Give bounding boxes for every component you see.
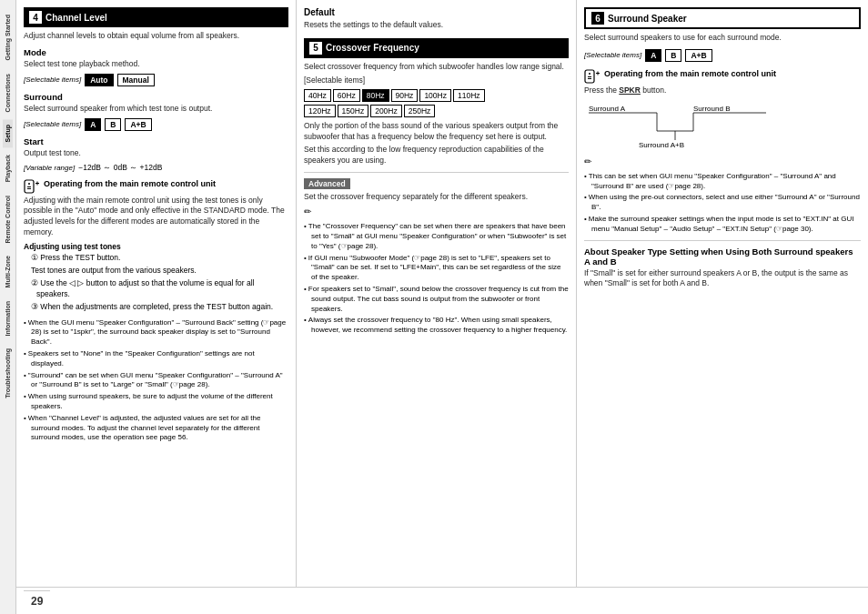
remote-control-icon [24, 179, 40, 194]
freq-100hz[interactable]: 100Hz [419, 89, 451, 102]
freq-row: 40Hz 60Hz 80Hz 90Hz 100Hz 110Hz [304, 89, 569, 102]
right-notes: This can be set when GUI menu "Speaker C… [584, 172, 861, 235]
mode-btn-manual[interactable]: Manual [117, 74, 155, 86]
sidebar-tab-setup[interactable]: Setup [3, 119, 13, 147]
crossover-title: Crossover Frequency [326, 43, 419, 53]
right-selectable-label: [Selectable items] [584, 51, 641, 59]
crossover-body1: Only the portion of the bass sound of th… [304, 121, 569, 143]
right-btn-b[interactable]: B [665, 49, 681, 62]
right-note-2: When using the pre-out connectors, selec… [584, 193, 861, 213]
freq-250hz[interactable]: 250Hz [404, 105, 436, 117]
freq-120hz[interactable]: 120Hz [304, 105, 336, 117]
surround-btn-ab[interactable]: A+B [125, 118, 151, 131]
svg-rect-9 [588, 78, 591, 79]
right-pencil-note: ✏ [584, 156, 861, 166]
pencil-icon: ✏ [304, 206, 311, 216]
steps-title: Adjusting using test tones [24, 242, 288, 251]
start-desc: Output test tone. [24, 148, 288, 159]
surround-speaker-header: 6 Surround Speaker [584, 7, 861, 29]
freq-150hz[interactable]: 150Hz [338, 105, 369, 117]
sidebar-tab-connections[interactable]: Connections [3, 68, 13, 117]
step-1-desc: Test tones are output from the various s… [31, 266, 288, 277]
svg-rect-2 [27, 186, 31, 187]
svg-rect-11 [598, 71, 599, 75]
right-remote-title: Operating from the main remote control u… [604, 69, 776, 78]
channel-level-title: Channel Level [45, 13, 107, 23]
right-remote-row: Operating from the main remote control u… [584, 69, 861, 84]
surround-desc: Select surround speaker from which test … [24, 104, 288, 115]
crossover-desc: Select crossover frequency from which su… [304, 62, 569, 73]
mode-title: Mode [24, 47, 288, 57]
sidebar: Getting Started Connections Setup Playba… [0, 0, 16, 614]
sidebar-tab-information[interactable]: Information [3, 296, 13, 342]
middle-column: Default Resets the settings to the defau… [297, 0, 577, 587]
sidebar-tab-playback[interactable]: Playback [3, 149, 13, 187]
channel-level-header: 4 Channel Level [24, 7, 288, 27]
variable-range: −12dB ～ 0dB ～ +12dB [78, 163, 162, 174]
left-notes: When the GUI menu "Speaker Configuration… [24, 318, 288, 444]
advanced-label: Advanced [304, 178, 350, 189]
freq-80hz[interactable]: 80Hz [362, 89, 389, 102]
pencil-note-container: ✏ [304, 206, 569, 216]
freq-90hz[interactable]: 90Hz [391, 89, 419, 102]
variable-row: [Variable range] −12dB ～ 0dB ～ +12dB [24, 163, 288, 174]
surround-speaker-desc: Select surround speakers to use for each… [584, 33, 861, 44]
about-desc: If "Small" is set for either surround sp… [584, 268, 861, 290]
right-remote-control-icon [584, 69, 601, 84]
right-column: 6 Surround Speaker Select surround speak… [577, 0, 868, 587]
surround-selectable-row: [Selectable items] A B A+B [24, 118, 288, 131]
about-title: About Speaker Type Setting when Using Bo… [584, 247, 861, 267]
step-1: ① Press the TEST button. [31, 253, 288, 264]
surround-selectable-label: [Selectable items] [24, 120, 81, 128]
right-btn-ab[interactable]: A+B [685, 49, 712, 62]
right-divider [584, 240, 861, 241]
crossover-header: 5 Crossover Frequency [304, 38, 569, 58]
svg-rect-8 [588, 76, 591, 77]
surround-speaker-title: Surround Speaker [608, 14, 687, 24]
middle-note-3: For speakers set to "Small", sound below… [304, 285, 569, 314]
step-3: ③ When the adjustments are completed, pr… [31, 302, 288, 313]
section-num-5: 5 [309, 42, 322, 55]
freq-60hz[interactable]: 60Hz [333, 89, 360, 102]
svg-point-7 [589, 73, 590, 75]
channel-level-desc: Adjust channel levels to obtain equal vo… [24, 31, 288, 42]
middle-note-1: The "Crossover Frequency" can be set whe… [304, 222, 569, 251]
step-2: ② Use the ◁ ▷ button to adjust so that t… [31, 278, 288, 300]
sidebar-tab-troubleshooting[interactable]: Troubleshooting [3, 343, 13, 404]
sidebar-tab-getting-started[interactable]: Getting Started [3, 9, 13, 66]
default-desc: Resets the settings to the default value… [304, 20, 569, 31]
sidebar-tab-multi-zone[interactable]: Multi-Zone [3, 250, 13, 293]
page-number: 29 [24, 590, 50, 611]
default-section: Default Resets the settings to the defau… [304, 7, 569, 31]
mode-selectable-label: [Selectable items] [24, 75, 81, 84]
section-num-6: 6 [591, 12, 604, 25]
mode-selectable-row: [Selectable items] Auto Manual [24, 74, 288, 86]
svg-text:Surround A+B: Surround A+B [639, 141, 684, 149]
variable-label: [Variable range] [24, 164, 75, 172]
svg-rect-5 [37, 181, 38, 185]
note-2: Speakers set to "None" in the "Speaker C… [24, 349, 288, 369]
bottom-row: 29 [16, 587, 868, 614]
surround-btn-a[interactable]: A [85, 118, 101, 131]
surround-btn-b[interactable]: B [105, 118, 121, 131]
selectable-label-middle: [Selectable items] [304, 75, 569, 86]
remote-desc: Adjusting with the main remote control u… [24, 196, 288, 239]
mode-btn-auto[interactable]: Auto [85, 74, 113, 86]
surround-title: Surround [24, 92, 288, 102]
divider-middle [304, 172, 569, 173]
crossover-body2: Set this according to the low frequency … [304, 145, 569, 166]
right-btn-a[interactable]: A [645, 49, 661, 62]
middle-note-2: If GUI menu "Subwoofer Mode" (☞page 28) … [304, 254, 569, 283]
svg-text:Surround B: Surround B [693, 105, 730, 113]
left-column: 4 Channel Level Adjust channel levels to… [16, 0, 297, 587]
right-remote-desc: Press the SPKR button. [584, 86, 861, 96]
start-title: Start [24, 136, 288, 146]
freq-row-2: 120Hz 150Hz 200Hz 250Hz [304, 105, 569, 117]
sidebar-tab-remote-control[interactable]: Remote Control [3, 190, 13, 249]
right-selectable-row: [Selectable items] A B A+B [584, 49, 861, 62]
freq-40hz[interactable]: 40Hz [304, 89, 331, 102]
freq-110hz[interactable]: 110Hz [453, 89, 485, 102]
note-4: When using surround speakers, be sure to… [24, 392, 288, 412]
freq-200hz[interactable]: 200Hz [370, 105, 402, 117]
svg-point-1 [28, 183, 30, 185]
